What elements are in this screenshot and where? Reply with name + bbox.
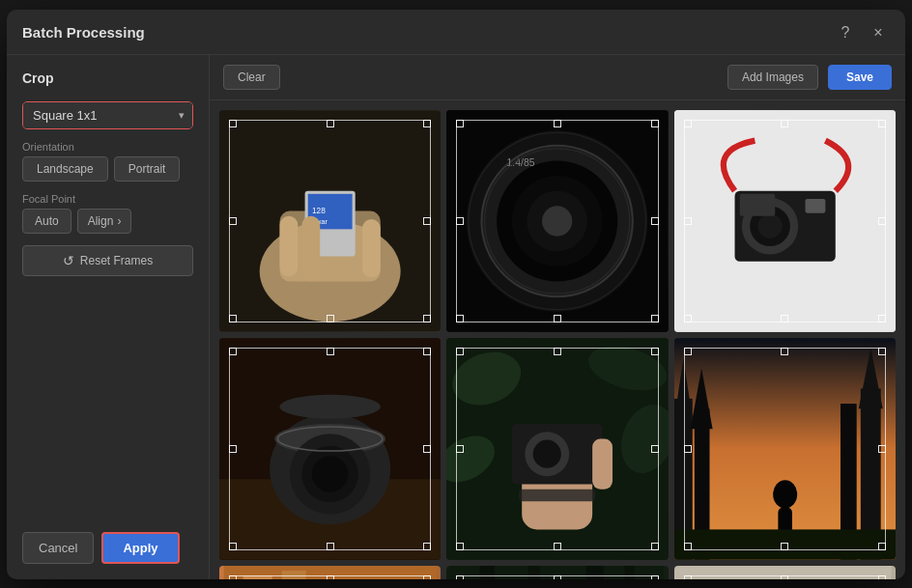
crop-handle-ml: [229, 217, 237, 225]
crop-handle-tl: [684, 348, 692, 355]
add-images-button[interactable]: Add Images: [727, 65, 818, 90]
crop-handle-tm: [781, 575, 788, 579]
crop-handle-tm: [327, 575, 334, 579]
crop-handle-br: [423, 543, 431, 550]
crop-handle-mr: [651, 217, 659, 225]
crop-handle-tl: [229, 575, 237, 579]
crop-handle-tr: [651, 348, 659, 355]
crop-handle-tr: [878, 348, 886, 355]
crop-handle-mr: [651, 445, 659, 453]
crop-frame-1: [229, 120, 431, 322]
crop-handle-tl: [456, 575, 464, 579]
crop-handle-bm: [327, 315, 334, 322]
crop-handle-tm: [781, 348, 788, 355]
crop-handle-tm: [327, 348, 334, 355]
crop-handle-br: [651, 543, 659, 550]
focal-auto-button[interactable]: Auto: [22, 209, 71, 234]
reset-icon: ↺: [63, 253, 74, 268]
crop-handle-tr: [651, 120, 659, 127]
close-button[interactable]: ×: [867, 21, 890, 44]
crop-handle-tr: [423, 120, 431, 127]
crop-handle-tr: [423, 348, 431, 355]
orientation-label: Orientation: [22, 141, 193, 153]
crop-handle-bl: [229, 315, 237, 322]
crop-handle-tm: [327, 120, 334, 127]
focal-row: Auto Align ›: [22, 209, 193, 234]
image-cell-1[interactable]: 128 Lexar: [219, 110, 441, 332]
crop-handle-bm: [327, 543, 334, 550]
focal-label: Focal Point: [22, 193, 193, 205]
crop-handle-bm: [554, 543, 561, 550]
crop-select-wrapper[interactable]: Square 1x1 4x3 16x9 Custom ▾: [22, 101, 193, 129]
crop-handle-tm: [554, 120, 561, 127]
crop-handle-bl: [229, 543, 237, 550]
crop-handle-br: [651, 315, 659, 322]
chevron-right-icon: ›: [117, 214, 121, 228]
image-cell-5[interactable]: [446, 338, 668, 560]
image-cell-8[interactable]: [446, 566, 668, 579]
crop-handle-bl: [456, 543, 464, 550]
crop-handle-tm: [781, 120, 788, 127]
crop-frame-8: [456, 575, 658, 579]
crop-handle-tl: [456, 348, 464, 355]
main-content: Clear Add Images Save: [210, 55, 905, 579]
crop-handle-ml: [229, 445, 237, 453]
crop-handle-mr: [423, 217, 431, 225]
landscape-button[interactable]: Landscape: [22, 156, 108, 182]
crop-handle-bl: [456, 315, 464, 322]
image-cell-6[interactable]: [674, 338, 896, 560]
apply-button[interactable]: Apply: [101, 532, 179, 564]
focal-point-section: Focal Point Auto Align ›: [22, 193, 193, 234]
crop-handle-tl: [456, 120, 464, 127]
crop-handle-ml: [456, 445, 464, 453]
reset-frames-button[interactable]: ↺ Reset Frames: [22, 245, 193, 276]
crop-handle-bm: [781, 543, 788, 550]
batch-processing-dialog: Batch Processing ? × Crop Square 1x1 4x3…: [7, 10, 905, 579]
crop-select[interactable]: Square 1x1 4x3 16x9 Custom: [23, 102, 192, 128]
crop-handle-tl: [684, 575, 692, 579]
crop-frame-3: [684, 120, 886, 322]
save-button[interactable]: Save: [828, 65, 892, 90]
crop-frame-6: [684, 348, 886, 550]
crop-handle-bl: [684, 315, 692, 322]
crop-handle-bl: [684, 543, 692, 550]
crop-frame-4: [229, 348, 431, 550]
clear-button[interactable]: Clear: [223, 65, 280, 90]
dialog-title: Batch Processing: [22, 24, 145, 41]
dialog-header: Batch Processing ? ×: [7, 10, 905, 55]
dialog-body: Crop Square 1x1 4x3 16x9 Custom ▾ Orient…: [7, 55, 905, 579]
crop-handle-bm: [781, 315, 788, 322]
crop-handle-tm: [554, 575, 561, 579]
crop-handle-tl: [684, 120, 692, 127]
crop-handle-mr: [878, 445, 886, 453]
crop-handle-tm: [554, 348, 561, 355]
crop-handle-tr: [878, 575, 886, 579]
image-cell-7[interactable]: [219, 566, 441, 579]
image-cell-9[interactable]: [674, 566, 896, 579]
crop-handle-ml: [456, 217, 464, 225]
image-cell-3[interactable]: [674, 110, 896, 332]
portrait-button[interactable]: Portrait: [114, 156, 181, 182]
crop-handle-mr: [423, 445, 431, 453]
help-button[interactable]: ?: [834, 21, 857, 44]
image-cell-2[interactable]: 1.4/85: [446, 110, 668, 332]
crop-frame-7: [229, 575, 431, 579]
crop-handle-tl: [229, 348, 237, 355]
crop-handle-tr: [878, 120, 886, 127]
crop-handle-mr: [878, 217, 886, 225]
crop-frame-2: [456, 120, 658, 322]
crop-frame-9: [684, 575, 886, 579]
orientation-btn-group: Landscape Portrait: [22, 156, 193, 182]
crop-handle-ml: [684, 217, 692, 225]
crop-handle-br: [878, 543, 886, 550]
image-cell-4[interactable]: [219, 338, 441, 560]
orientation-section: Orientation Landscape Portrait: [22, 141, 193, 182]
align-label: Align: [88, 214, 114, 228]
crop-handle-tl: [229, 120, 237, 127]
focal-align-button[interactable]: Align ›: [77, 209, 132, 234]
action-row: Cancel Apply: [22, 532, 193, 564]
images-grid: 128 Lexar: [210, 100, 905, 579]
cancel-button[interactable]: Cancel: [22, 532, 94, 564]
header-icons: ? ×: [834, 21, 890, 44]
crop-frame-5: [456, 348, 658, 550]
